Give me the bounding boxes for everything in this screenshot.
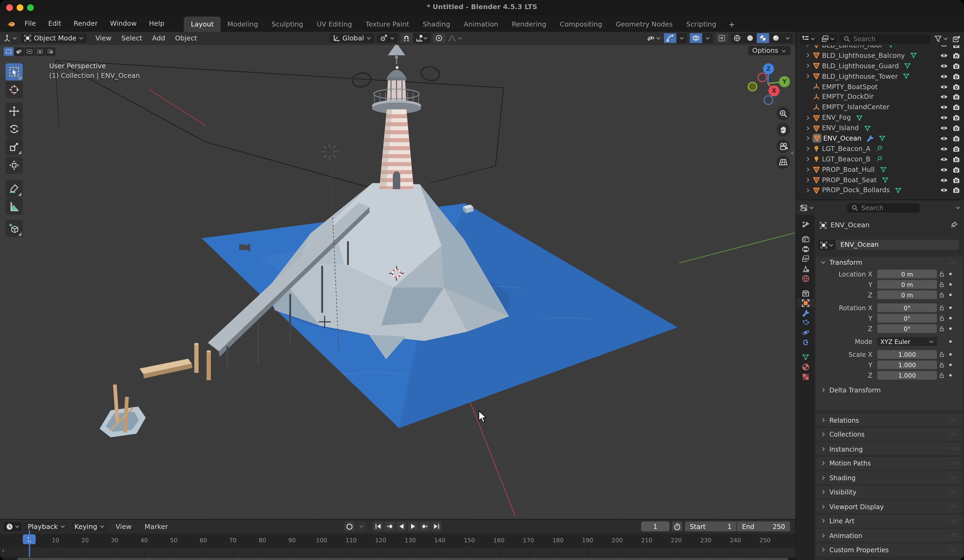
collection-tab[interactable] (796, 289, 815, 297)
current-frame-field[interactable]: 1 (641, 521, 669, 531)
play-reverse-button[interactable] (396, 521, 406, 531)
snap-to-dropdown[interactable] (413, 33, 430, 43)
panel-shading[interactable]: Shading∷∷ (816, 471, 962, 484)
annotate-tool[interactable] (6, 180, 23, 197)
output-tab[interactable] (796, 244, 815, 253)
disable-render-camera-icon[interactable] (952, 135, 960, 143)
outliner-search-input[interactable]: Search (839, 34, 930, 43)
workspace-tab-animation[interactable]: Animation (457, 16, 505, 32)
box-select-tool[interactable] (6, 63, 23, 80)
hide-eye-icon[interactable] (940, 72, 948, 80)
measure-tool[interactable] (6, 198, 23, 215)
outliner-row-prop_boat_seat[interactable]: PROP_Boat_Seat (796, 175, 964, 185)
outliner-row-bld_lighthouse_balcony[interactable]: BLD_Lighthouse_Balcony (796, 50, 964, 61)
gizmos-toggle[interactable] (664, 33, 676, 43)
panel-drag-dots[interactable]: ∷∷ (950, 489, 958, 495)
expand-chevron-icon[interactable] (804, 188, 811, 193)
animate-dot[interactable] (949, 294, 952, 296)
outliner-row-lgt_beacon_a[interactable]: LGT_Beacon_A (796, 144, 964, 154)
object-name[interactable]: ENV_Island (822, 124, 859, 132)
physics-tab[interactable] (796, 328, 815, 336)
outliner-row-prop_dock_bollards[interactable]: PROP_Dock_Bollards (796, 185, 964, 196)
object-name[interactable]: EMPTY_DockDir (822, 93, 874, 101)
panel-viewport-display[interactable]: Viewport Display∷∷ (816, 500, 962, 513)
lock-icon[interactable] (939, 315, 945, 321)
select-mode-extend[interactable] (14, 47, 24, 56)
disable-render-camera-icon[interactable] (952, 93, 960, 101)
select-mode-subtract[interactable] (24, 47, 34, 56)
value-field[interactable]: 1.000 (877, 360, 937, 369)
play-button[interactable] (407, 521, 418, 531)
lock-icon[interactable] (939, 292, 945, 298)
texture-tab[interactable] (796, 372, 815, 381)
outliner-row-env_island[interactable]: ENV_Island (796, 123, 964, 133)
properties-search-input[interactable]: Search (847, 203, 920, 212)
playback-dropdown[interactable]: Playback (24, 521, 68, 531)
timeline-channels[interactable] (0, 547, 795, 558)
select-mode-intersect[interactable] (46, 47, 55, 56)
viewport-menu-select[interactable]: Select (117, 34, 147, 42)
blender-logo-icon[interactable] (7, 19, 16, 28)
animate-dot[interactable] (949, 307, 952, 309)
hide-eye-icon[interactable] (940, 114, 948, 122)
properties-options-chevron[interactable] (956, 205, 960, 210)
object-name[interactable]: LGT_Beacon_A (822, 145, 871, 153)
value-field[interactable]: 1.000 (877, 371, 937, 380)
viewport-menu-add[interactable]: Add (147, 34, 170, 42)
panel-animation[interactable]: Animation∷∷ (816, 529, 962, 542)
disable-render-camera-icon[interactable] (952, 186, 960, 194)
expand-chevron-icon[interactable] (804, 125, 811, 130)
object-name[interactable]: PROP_Boat_Hull (822, 166, 875, 174)
pin-icon[interactable] (950, 221, 958, 229)
outliner-row-env_ocean[interactable]: ENV_Ocean (796, 133, 964, 144)
frame-end-field[interactable]: End 250 (737, 521, 790, 531)
outliner-row-empty_boatspot[interactable]: EMPTY_BoatSpot (796, 81, 964, 92)
panel-drag-dots[interactable]: ∷∷ (950, 532, 958, 538)
rotate-tool[interactable] (6, 120, 23, 138)
hide-eye-icon[interactable] (940, 103, 948, 111)
workspace-tab-modeling[interactable]: Modeling (220, 16, 265, 32)
snap-toggle[interactable] (400, 33, 413, 43)
expand-chevron-icon[interactable] (804, 74, 811, 79)
panel-line-art[interactable]: Line Art∷∷ (816, 515, 962, 528)
viewport-menu-view[interactable]: View (91, 34, 117, 42)
transform-panel-header[interactable]: Transform ∷∷ (816, 257, 962, 268)
timeline-marker-menu[interactable]: Marker (140, 523, 173, 531)
outliner-row-bld_lantern_roof[interactable]: BLD_Lantern_Roof (796, 45, 964, 50)
panel-drag-dots[interactable]: ∷∷ (950, 504, 958, 510)
panel-drag-dots[interactable]: ∷∷ (950, 432, 958, 437)
gizmos-dropdown[interactable] (677, 33, 687, 43)
visibility-dropdown[interactable] (646, 34, 661, 42)
hide-eye-icon[interactable] (940, 145, 948, 153)
ortho-toggle-button[interactable] (777, 156, 790, 169)
panel-visibility[interactable]: Visibility∷∷ (816, 485, 962, 498)
panel-drag-dots[interactable]: ∷∷ (950, 547, 958, 552)
disable-render-camera-icon[interactable] (952, 103, 960, 111)
workspace-tab-rendering[interactable]: Rendering (505, 16, 553, 32)
outliner-row-prop_boat_hull[interactable]: PROP_Boat_Hull (796, 164, 964, 175)
xray-toggle[interactable] (716, 33, 728, 43)
panel-drag-dots[interactable]: ∷∷ (950, 518, 958, 524)
workspace-tab-uv-editing[interactable]: UV Editing (310, 16, 359, 32)
outliner-row-empty_dockdir[interactable]: EMPTY_DockDir (796, 92, 964, 102)
proportional-editing-toggle[interactable] (433, 33, 445, 43)
disable-render-camera-icon[interactable] (952, 72, 960, 80)
lock-icon[interactable] (939, 281, 945, 287)
animate-dot[interactable] (949, 364, 952, 366)
lock-icon[interactable] (939, 271, 945, 277)
sidebar-collapse-arrow[interactable]: ‹ (791, 148, 794, 157)
use-preview-range-toggle[interactable] (672, 521, 682, 531)
value-field[interactable]: 0 m (877, 291, 937, 299)
constraints-tab[interactable] (796, 338, 815, 346)
panel-motion-paths[interactable]: Motion Paths∷∷ (816, 457, 962, 469)
disable-render-camera-icon[interactable] (952, 45, 960, 49)
animate-dot[interactable] (949, 283, 952, 286)
expand-chevron-icon[interactable] (804, 157, 811, 162)
workspace-tab-sculpting[interactable]: Sculpting (265, 16, 310, 32)
panel-custom-properties[interactable]: Custom Properties∷∷ (816, 544, 962, 556)
timeline-editor-type-button[interactable] (4, 522, 22, 531)
auto-key-toggle[interactable] (344, 521, 355, 531)
disable-render-camera-icon[interactable] (952, 145, 960, 153)
lock-icon[interactable] (939, 305, 945, 311)
workspace-tab-compositing[interactable]: Compositing (553, 16, 609, 32)
